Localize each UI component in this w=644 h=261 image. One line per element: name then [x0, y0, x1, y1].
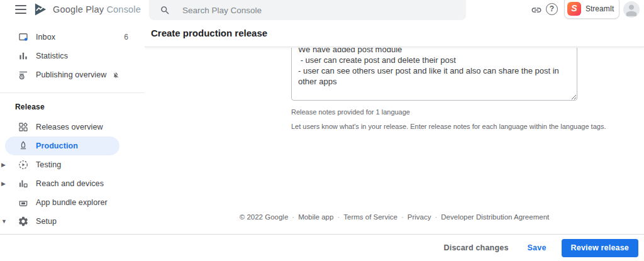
sidebar-item-reach-and-devices[interactable]: ▶ Reach and devices: [5, 174, 119, 193]
sidebar-item-label: Testing: [36, 160, 61, 169]
account-avatar[interactable]: [623, 1, 640, 18]
sidebar-nav: Inbox 6 Statistics Publishing overview R…: [0, 21, 145, 234]
footer-link-terms[interactable]: Terms of Service: [343, 213, 397, 221]
discard-changes-button[interactable]: Discard changes: [444, 243, 509, 252]
sidebar-item-label: Inbox: [36, 33, 55, 42]
bar-chart-icon: [18, 50, 29, 62]
save-button[interactable]: Save: [528, 243, 547, 252]
sidebar-item-testing[interactable]: ▶ Testing: [5, 155, 119, 174]
search-input[interactable]: [182, 6, 421, 15]
app-bundle-explorer-icon: [18, 197, 29, 208]
footer-link-privacy[interactable]: Privacy: [408, 213, 431, 221]
footer-link-mobile-app[interactable]: Mobile app: [298, 213, 333, 221]
page-footer: © 2022 Google·Mobile app·Terms of Servic…: [145, 213, 644, 221]
main-content: Create production release We have added …: [145, 21, 644, 234]
inbox-icon: [18, 31, 29, 43]
sidebar-item-publishing-overview[interactable]: Publishing overview: [5, 65, 119, 84]
expand-arrow-expanded[interactable]: ▼: [1, 218, 7, 225]
footer-separator: ·: [401, 213, 404, 221]
sidebar-section-release: Release: [0, 93, 145, 118]
sidebar-item-label: Publishing overview: [36, 70, 106, 79]
footer-separator: ·: [292, 213, 294, 221]
help-icon[interactable]: ?: [546, 3, 558, 15]
expand-arrow-collapsed[interactable]: ▶: [1, 162, 6, 168]
sidebar-item-app-bundle-explorer[interactable]: App bundle explorer: [5, 193, 119, 212]
footer-link-distribution-agreement[interactable]: Developer Distribution Agreement: [441, 213, 549, 221]
play-console-page: Google Play Console ? S StreamIt: [0, 0, 644, 261]
sidebar-item-label: App bundle explorer: [36, 198, 108, 207]
release-notes-helper-text: Let users know what's in your release. E…: [291, 123, 606, 130]
logo-text: Google Play Console: [53, 4, 141, 14]
publishing-overview-icon: [18, 69, 29, 81]
testing-icon: [18, 159, 29, 170]
inbox-count-badge: 6: [124, 33, 128, 42]
gear-icon: [18, 216, 29, 227]
page-header: Create production release: [145, 21, 644, 47]
person-icon: [623, 1, 640, 18]
managed-publishing-off-icon: [113, 70, 119, 80]
release-notes-textarea[interactable]: We have added post module - user can cre…: [291, 48, 577, 101]
footer-copyright: © 2022 Google: [240, 213, 289, 221]
expand-arrow-collapsed[interactable]: ▶: [1, 180, 6, 187]
sidebar-item-releases-overview[interactable]: Releases overview: [5, 118, 119, 136]
production-rocket-icon: [18, 140, 29, 152]
bottom-action-bar: Discard changes Save Review release: [0, 234, 644, 261]
sidebar-item-setup[interactable]: ▼ Setup: [5, 212, 119, 231]
footer-separator: ·: [337, 213, 340, 221]
sidebar-item-inbox[interactable]: Inbox 6: [5, 28, 119, 47]
release-notes-count-text: Release notes provided for 1 language: [291, 108, 410, 116]
sidebar-item-production[interactable]: Production: [5, 136, 119, 155]
reach-devices-icon: [18, 178, 29, 189]
menu-icon[interactable]: [15, 5, 26, 14]
page-title: Create production release: [151, 21, 267, 46]
sidebar-item-label: Setup: [36, 217, 57, 226]
search-bar[interactable]: [149, 0, 466, 20]
sidebar-item-label: Releases overview: [36, 123, 103, 131]
review-release-button[interactable]: Review release: [562, 239, 638, 257]
logo-text-secondary: Console: [106, 4, 141, 14]
app-selector-label: StreamIt: [586, 4, 614, 13]
search-icon: [160, 5, 170, 16]
sidebar-item-label: Statistics: [36, 52, 68, 60]
top-app-bar: Google Play Console ? S StreamIt: [0, 0, 644, 21]
play-console-logo[interactable]: Google Play Console: [33, 2, 141, 17]
play-triangle-icon: [33, 2, 48, 17]
link-icon[interactable]: [531, 4, 542, 16]
streamit-app-icon: S: [567, 2, 581, 16]
sidebar-item-label: Production: [36, 142, 78, 150]
sidebar-item-label: Reach and devices: [36, 179, 104, 188]
logo-text-primary: Google Play: [53, 4, 104, 14]
app-selector[interactable]: S StreamIt: [564, 0, 619, 19]
releases-overview-icon: [18, 121, 29, 133]
sidebar-item-statistics[interactable]: Statistics: [5, 47, 119, 65]
footer-separator: ·: [435, 213, 437, 221]
release-form-scroll-area: We have added post module - user can cre…: [145, 48, 644, 234]
